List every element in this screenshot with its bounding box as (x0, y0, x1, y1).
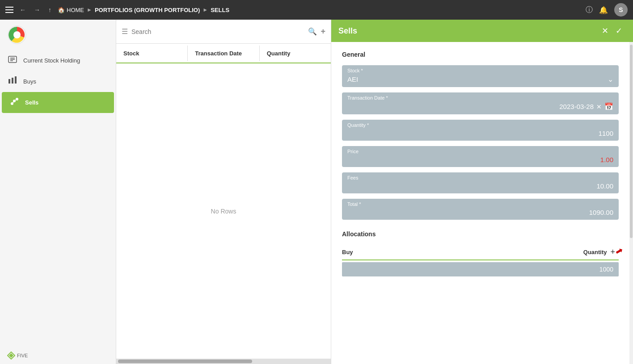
current-stock-icon (7, 54, 18, 67)
hamburger-menu[interactable] (5, 7, 13, 13)
search-bar: ☰ 🔍 + (116, 20, 331, 44)
panel-confirm-button[interactable]: ✓ (612, 24, 626, 38)
svg-rect-8 (15, 76, 17, 84)
search-input[interactable] (131, 28, 304, 35)
buys-icon (7, 75, 18, 88)
date-row: 2023-03-28 ✕ 📅 (347, 102, 613, 111)
sells-icon (9, 96, 20, 109)
top-navigation: ← → ↑ 🏠 HOME ► PORTFOLIOS (GROWTH PORTFO… (0, 0, 633, 20)
breadcrumb-portfolio[interactable]: PORTFOLIOS (GROWTH PORTFOLIO) (95, 7, 200, 13)
fees-value[interactable]: 10.00 (347, 182, 613, 190)
sidebar-item-label-buys: Buys (23, 78, 36, 85)
field-fees-label: Fees (347, 175, 613, 180)
alloc-row[interactable]: 1000 (342, 262, 619, 276)
table-area: Stock Transaction Date Quantity No Rows (116, 44, 331, 364)
table-header: Stock Transaction Date Quantity (116, 44, 331, 63)
svg-rect-6 (8, 79, 10, 84)
field-date-label: Transaction Date * (347, 95, 613, 100)
field-total-label: Total * (347, 201, 613, 207)
breadcrumb-current[interactable]: SELLS (211, 7, 229, 13)
arrow-cursor-icon: ➡ (613, 244, 625, 257)
field-quantity-label: Quantity * (347, 122, 613, 128)
home-label[interactable]: HOME (67, 7, 84, 13)
col-stock: Stock (116, 46, 188, 61)
five-logo-icon (7, 351, 15, 360)
right-panel: Sells ✕ ✓ General Stock * AEI ⌄ (331, 20, 633, 364)
panel-scrollbar-thumb[interactable] (630, 45, 633, 238)
stock-value: AEI (347, 75, 608, 83)
sidebar: Current Stock Holding Buys Sells (0, 20, 116, 364)
back-button[interactable]: ← (18, 5, 28, 14)
search-button[interactable]: 🔍 (308, 27, 317, 36)
stock-dropdown-button[interactable]: ⌄ (608, 75, 613, 84)
price-value[interactable]: 1.00 (347, 156, 613, 163)
help-icon[interactable]: ⓘ (586, 5, 593, 15)
bell-icon[interactable]: 🔔 (599, 6, 608, 14)
app-logo-icon (7, 25, 27, 45)
field-stock-label: Stock * (347, 68, 613, 73)
svg-rect-7 (12, 78, 13, 84)
forward-button[interactable]: → (32, 5, 42, 14)
field-price-label: Price (347, 149, 613, 154)
field-price: Price 1.00 (342, 146, 619, 167)
sidebar-nav: Current Stock Holding Buys Sells (0, 50, 116, 347)
col-quantity: Quantity (260, 46, 331, 61)
field-fees: Fees 10.00 (342, 172, 619, 193)
filter-icon: ☰ (122, 27, 128, 36)
allocations-table-header: Buy Quantity + ➡ (342, 245, 619, 260)
five-logo: FIVE (7, 351, 109, 360)
up-button[interactable]: ↑ (46, 5, 53, 14)
panel-close-button[interactable]: ✕ (598, 24, 612, 38)
breadcrumb-home[interactable]: 🏠 HOME (58, 7, 84, 13)
date-value: 2023-03-28 (559, 103, 594, 110)
content-area: ☰ 🔍 + Stock Transaction Date Quantity No… (116, 20, 331, 364)
table-scrollbar[interactable] (116, 359, 331, 364)
avatar[interactable]: S (614, 3, 628, 17)
allocations-section: Allocations Buy Quantity + ➡ (342, 230, 619, 276)
top-nav-right: ⓘ 🔔 S (586, 3, 628, 17)
sidebar-item-sells[interactable]: Sells (2, 92, 114, 113)
alloc-row-qty: 1000 (569, 266, 613, 273)
sidebar-logo (0, 20, 116, 50)
main-layout: Current Stock Holding Buys Sells (0, 20, 633, 364)
col-transaction-date: Transaction Date (188, 46, 259, 61)
table-body-empty: No Rows (116, 63, 331, 359)
panel-content: General Stock * AEI ⌄ Transaction Date * (331, 42, 629, 364)
breadcrumb-sep-1: ► (87, 7, 92, 13)
breadcrumb: 🏠 HOME ► PORTFOLIOS (GROWTH PORTFOLIO) ►… (58, 7, 581, 13)
svg-point-1 (13, 31, 21, 38)
sidebar-item-buys[interactable]: Buys (0, 71, 116, 92)
home-icon: 🏠 (58, 7, 65, 13)
field-stock: Stock * AEI ⌄ (342, 65, 619, 87)
date-clear-button[interactable]: ✕ (596, 103, 602, 110)
quantity-value[interactable]: 1100 (347, 130, 613, 137)
breadcrumb-sep-2: ► (203, 7, 208, 13)
alloc-col-qty-header: Quantity (562, 249, 607, 255)
stock-select[interactable]: AEI ⌄ (347, 75, 613, 84)
alloc-row-container: 1000 (342, 262, 619, 276)
sidebar-item-label-current-stock: Current Stock Holding (23, 57, 80, 64)
panel-title: Sells (338, 26, 598, 36)
panel-header: Sells ✕ ✓ (331, 20, 633, 42)
sidebar-footer: FIVE (0, 347, 116, 364)
section-general-title: General (342, 51, 619, 58)
date-picker-button[interactable]: 📅 (604, 102, 613, 111)
sidebar-item-current-stock[interactable]: Current Stock Holding (0, 50, 116, 71)
total-value[interactable]: 1090.00 (347, 209, 613, 216)
sidebar-item-label-sells: Sells (25, 99, 38, 106)
alloc-add-button[interactable]: + ➡ (607, 247, 619, 257)
field-quantity: Quantity * 1100 (342, 120, 619, 141)
alloc-col-buy-header: Buy (342, 249, 452, 255)
table-scrollbar-thumb[interactable] (118, 360, 252, 363)
no-rows-message: No Rows (211, 208, 236, 215)
field-transaction-date: Transaction Date * 2023-03-28 ✕ 📅 (342, 92, 619, 114)
five-label: FIVE (17, 353, 28, 358)
panel-scrollbar[interactable] (629, 42, 633, 364)
add-button[interactable]: + (321, 27, 325, 36)
field-total: Total * 1090.00 (342, 199, 619, 220)
section-allocations-title: Allocations (342, 230, 619, 238)
